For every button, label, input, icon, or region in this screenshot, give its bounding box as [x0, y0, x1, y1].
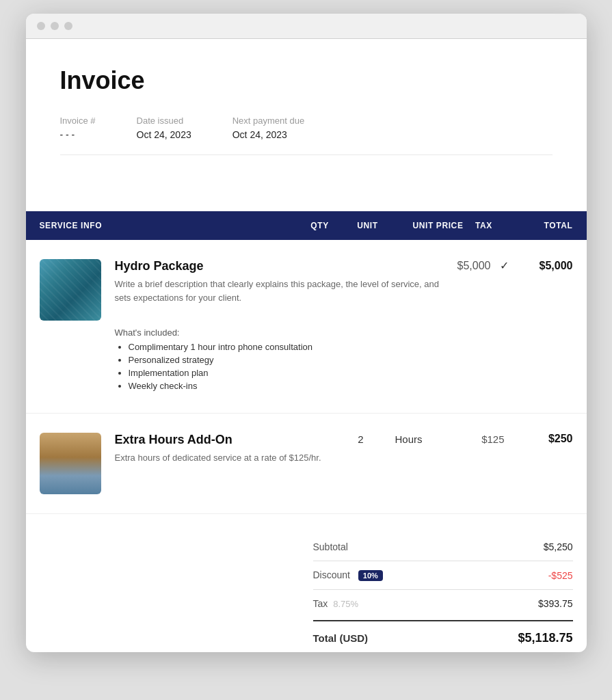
- extra-hours-image: [40, 433, 101, 494]
- date-issued-label: Date issued: [137, 116, 191, 126]
- tax-rate: 8.75%: [333, 599, 358, 609]
- date-issued-field: Date issued Oct 24, 2023: [137, 116, 191, 141]
- bullet-1: Complimentary 1 hour intro phone consult…: [129, 342, 573, 352]
- next-payment-field: Next payment due Oct 24, 2023: [232, 116, 305, 141]
- extra-qty: 2: [341, 433, 382, 445]
- bullet-4: Weekly check-ins: [129, 381, 573, 391]
- total-value: $5,118.75: [518, 631, 572, 645]
- next-payment-label: Next payment due: [232, 116, 305, 126]
- invoice-number-field: Invoice # - - -: [60, 116, 96, 141]
- subtotal-label: Subtotal: [313, 541, 348, 552]
- line-item-hydro: Hydro Package Write a brief description …: [26, 240, 587, 414]
- th-total: TOTAL: [505, 221, 573, 230]
- tax-label: Tax 8.75%: [313, 598, 359, 609]
- summary-table: Subtotal $5,250 Discount 10% -$525 Tax 8…: [313, 535, 573, 645]
- summary-section: Subtotal $5,250 Discount 10% -$525 Tax 8…: [26, 514, 587, 652]
- invoice-window: Invoice Invoice # - - - Date issued Oct …: [26, 14, 587, 652]
- next-payment-value: Oct 24, 2023: [232, 129, 287, 140]
- invoice-meta: Invoice # - - - Date issued Oct 24, 2023…: [60, 116, 553, 155]
- extra-unit-price: $125: [436, 433, 505, 445]
- hydro-check-icon: ✓: [491, 259, 518, 272]
- hydro-included-label: What's included:: [115, 327, 573, 338]
- extra-hours-description: Extra hours of dedicated service at a ra…: [115, 451, 327, 465]
- divider-1: [313, 561, 573, 561]
- hydro-total: $5,000: [518, 260, 573, 272]
- th-tax: TAX: [464, 221, 505, 230]
- hydro-package-image: [40, 259, 101, 321]
- extra-pricing: 2 Hours $125 $250: [341, 433, 573, 445]
- subtotal-value: $5,250: [544, 541, 573, 552]
- th-unit: UNIT: [341, 221, 395, 230]
- hydro-pricing: $5,000 ✓ $5,000: [457, 259, 573, 272]
- invoice-number-value: - - -: [60, 129, 75, 140]
- bullet-3: Implementation plan: [129, 368, 573, 378]
- total-label: Total (USD): [313, 632, 369, 644]
- subtotal-row: Subtotal $5,250: [313, 535, 573, 559]
- extra-hours-info: Extra Hours Add-On Extra hours of dedica…: [101, 433, 327, 473]
- discount-value: -$525: [548, 570, 573, 581]
- hydro-package-name: Hydro Package: [115, 259, 444, 273]
- extra-total: $250: [505, 433, 573, 445]
- hydro-unit-price: $5,000: [457, 260, 491, 272]
- bullet-2: Personalized strategy: [129, 355, 573, 365]
- invoice-number-label: Invoice #: [60, 116, 96, 126]
- divider-2: [313, 589, 573, 590]
- extra-unit: Hours: [382, 433, 436, 445]
- th-qty: QTY: [300, 221, 341, 230]
- titlebar-dot-1: [37, 22, 45, 30]
- titlebar: [26, 14, 587, 39]
- hydro-included: What's included: Complimentary 1 hour in…: [40, 327, 573, 391]
- titlebar-dot-2: [51, 22, 59, 30]
- date-issued-value: Oct 24, 2023: [137, 129, 191, 140]
- total-row: Total (USD) $5,118.75: [313, 620, 573, 645]
- th-unit-price: UNIT PRICE: [395, 221, 464, 230]
- invoice-title: Invoice: [60, 66, 553, 95]
- hydro-package-description: Write a brief description that clearly e…: [115, 278, 444, 304]
- discount-label: Discount 10%: [313, 569, 383, 581]
- tax-row: Tax 8.75% $393.75: [313, 591, 573, 616]
- hydro-package-info: Hydro Package Write a brief description …: [101, 259, 444, 312]
- line-item-extra: Extra Hours Add-On Extra hours of dedica…: [26, 414, 587, 514]
- titlebar-dot-3: [64, 22, 72, 30]
- invoice-content: Invoice Invoice # - - - Date issued Oct …: [26, 39, 587, 211]
- table-header: SERVICE INFO QTY UNIT UNIT PRICE TAX TOT…: [26, 211, 587, 240]
- extra-hours-name: Extra Hours Add-On: [115, 433, 327, 447]
- discount-row: Discount 10% -$525: [313, 563, 573, 588]
- hydro-bullets: Complimentary 1 hour intro phone consult…: [115, 342, 573, 391]
- discount-badge: 10%: [358, 570, 383, 581]
- tax-value: $393.75: [538, 598, 573, 609]
- th-service-info: SERVICE INFO: [40, 221, 300, 230]
